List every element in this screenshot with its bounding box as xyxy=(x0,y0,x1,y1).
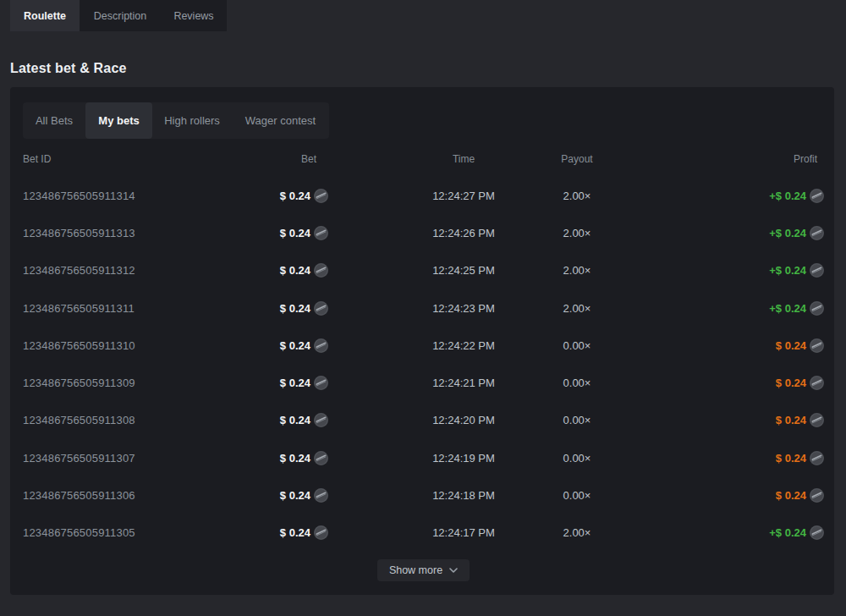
profit-amount: +$ 0.24 xyxy=(769,302,806,315)
profit-cell: +$ 0.24 xyxy=(619,263,824,278)
bet-cell: $ 0.24 xyxy=(234,263,328,278)
time-cell: 12:24:25 PM xyxy=(400,264,527,277)
bet-amount: $ 0.24 xyxy=(280,227,310,239)
currency-coin-icon xyxy=(810,263,824,278)
currency-coin-icon xyxy=(810,301,824,316)
show-more-container: Show more xyxy=(23,559,824,581)
bet-id-cell: 123486756505911309 xyxy=(23,377,234,389)
bet-cell: $ 0.24 xyxy=(234,226,328,240)
bet-amount: $ 0.24 xyxy=(280,264,310,277)
tab-high-rollers[interactable]: High rollers xyxy=(152,102,232,139)
bet-cell: $ 0.24 xyxy=(234,488,328,503)
tab-roulette[interactable]: Roulette xyxy=(10,0,80,31)
time-cell: 12:24:17 PM xyxy=(400,526,527,539)
currency-coin-icon xyxy=(810,226,824,240)
bet-amount: $ 0.24 xyxy=(280,339,310,352)
profit-amount: $ 0.24 xyxy=(776,414,806,426)
currency-coin-icon xyxy=(314,263,328,278)
currency-coin-icon xyxy=(314,451,328,465)
profit-amount: $ 0.24 xyxy=(776,452,806,465)
profit-cell: $ 0.24 xyxy=(619,376,824,390)
payout-cell: 2.00× xyxy=(535,526,619,539)
bet-amount: $ 0.24 xyxy=(280,452,310,465)
payout-cell: 2.00× xyxy=(535,227,619,239)
header-time: Time xyxy=(400,153,527,165)
header-payout: Payout xyxy=(535,153,619,165)
time-cell: 12:24:21 PM xyxy=(400,377,527,389)
currency-coin-icon xyxy=(314,413,328,427)
currency-coin-icon xyxy=(810,488,824,503)
bet-amount: $ 0.24 xyxy=(280,489,310,502)
chevron-down-icon xyxy=(449,568,458,573)
table-row[interactable]: 123486756505911306 $ 0.24 12:24:18 PM 0.… xyxy=(23,476,824,514)
time-cell: 12:24:26 PM xyxy=(400,227,527,239)
tab-wager-contest[interactable]: Wager contest xyxy=(232,102,329,139)
bet-id-cell: 123486756505911314 xyxy=(23,190,234,202)
bet-id-cell: 123486756505911310 xyxy=(23,339,234,352)
profit-cell: +$ 0.24 xyxy=(619,226,824,240)
payout-cell: 0.00× xyxy=(535,377,619,389)
table-row[interactable]: 123486756505911309 $ 0.24 12:24:21 PM 0.… xyxy=(23,364,824,401)
bet-id-cell: 123486756505911312 xyxy=(23,264,234,277)
profit-amount: +$ 0.24 xyxy=(769,190,806,202)
currency-coin-icon xyxy=(314,338,328,353)
bet-cell: $ 0.24 xyxy=(234,413,328,427)
currency-coin-icon xyxy=(810,413,824,427)
payout-cell: 0.00× xyxy=(535,339,619,352)
bet-amount: $ 0.24 xyxy=(280,377,310,389)
currency-coin-icon xyxy=(314,226,328,240)
profit-cell: $ 0.24 xyxy=(619,451,824,465)
bet-cell: $ 0.24 xyxy=(234,451,328,465)
bet-amount: $ 0.24 xyxy=(280,302,310,315)
bet-cell: $ 0.24 xyxy=(234,301,328,316)
bet-amount: $ 0.24 xyxy=(280,414,310,426)
table-row[interactable]: 123486756505911311 $ 0.24 12:24:23 PM 2.… xyxy=(23,289,824,327)
bet-cell: $ 0.24 xyxy=(234,376,328,390)
payout-cell: 2.00× xyxy=(535,190,619,202)
bet-amount: $ 0.24 xyxy=(280,526,310,539)
table-row[interactable]: 123486756505911314 $ 0.24 12:24:27 PM 2.… xyxy=(23,177,824,214)
profit-amount: +$ 0.24 xyxy=(769,526,806,539)
bet-id-cell: 123486756505911308 xyxy=(23,414,234,426)
bet-id-cell: 123486756505911306 xyxy=(23,489,234,502)
content-area: Roulette Description Reviews Latest bet … xyxy=(10,0,834,595)
show-more-button[interactable]: Show more xyxy=(377,559,470,581)
payout-cell: 2.00× xyxy=(535,302,619,315)
header-bet: Bet xyxy=(234,153,328,165)
table-row[interactable]: 123486756505911308 $ 0.24 12:24:20 PM 0.… xyxy=(23,402,824,439)
header-bet-id: Bet ID xyxy=(23,153,234,165)
profit-amount: +$ 0.24 xyxy=(769,227,806,239)
tab-description[interactable]: Description xyxy=(80,0,161,31)
tab-my-bets[interactable]: My bets xyxy=(85,102,152,139)
profit-cell: $ 0.24 xyxy=(619,338,824,353)
profit-cell: +$ 0.24 xyxy=(619,525,824,540)
payout-cell: 0.00× xyxy=(535,452,619,465)
currency-coin-icon xyxy=(314,301,328,316)
show-more-label: Show more xyxy=(389,564,442,576)
profit-cell: +$ 0.24 xyxy=(619,301,824,316)
bet-id-cell: 123486756505911313 xyxy=(23,227,234,239)
table-row[interactable]: 123486756505911313 $ 0.24 12:24:26 PM 2.… xyxy=(23,214,824,251)
bet-cell: $ 0.24 xyxy=(234,525,328,540)
time-cell: 12:24:22 PM xyxy=(400,339,527,352)
table-header-row: Bet ID Bet Time Payout Profit xyxy=(23,147,824,171)
bet-cell: $ 0.24 xyxy=(234,189,328,203)
table-row[interactable]: 123486756505911305 $ 0.24 12:24:17 PM 2.… xyxy=(23,514,824,552)
header-profit: Profit xyxy=(619,153,824,165)
time-cell: 12:24:18 PM xyxy=(400,489,527,502)
table-row[interactable]: 123486756505911307 $ 0.24 12:24:19 PM 0.… xyxy=(23,439,824,476)
currency-coin-icon xyxy=(810,189,824,203)
profit-amount: $ 0.24 xyxy=(776,489,806,502)
table-row[interactable]: 123486756505911310 $ 0.24 12:24:22 PM 0.… xyxy=(23,327,824,364)
time-cell: 12:24:23 PM xyxy=(400,302,527,315)
currency-coin-icon xyxy=(314,376,328,390)
tab-reviews[interactable]: Reviews xyxy=(161,0,227,31)
latest-bets-panel: All Bets My bets High rollers Wager cont… xyxy=(10,87,834,595)
time-cell: 12:24:20 PM xyxy=(400,414,527,426)
payout-cell: 0.00× xyxy=(535,489,619,502)
table-body: 123486756505911314 $ 0.24 12:24:27 PM 2.… xyxy=(23,177,824,552)
currency-coin-icon xyxy=(810,376,824,390)
table-row[interactable]: 123486756505911312 $ 0.24 12:24:25 PM 2.… xyxy=(23,252,824,289)
tab-all-bets[interactable]: All Bets xyxy=(23,102,85,139)
currency-coin-icon xyxy=(810,451,824,465)
